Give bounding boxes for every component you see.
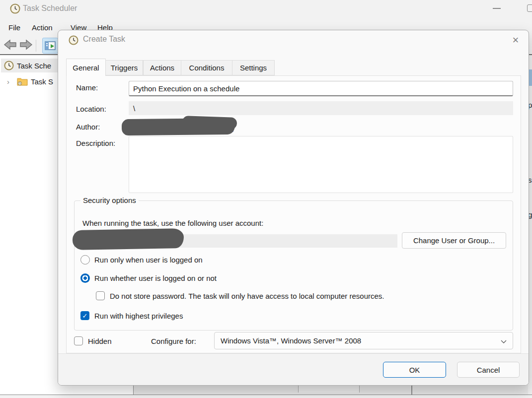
radio-run-only-logged-on[interactable]: [80, 255, 90, 265]
checkbox-hidden-label: Hidden: [88, 337, 112, 345]
account-redaction-scribble: [73, 228, 184, 250]
security-options-legend: Security options: [80, 196, 139, 204]
create-task-clock-icon: [69, 35, 78, 45]
tree-item-label: Task Sche: [17, 62, 51, 70]
dialog-title: Create Task: [83, 35, 125, 44]
console-tree-icon[interactable]: [42, 38, 58, 54]
configure-for-value: Windows Vista™, Windows Server™ 2008: [221, 336, 361, 345]
window-frame: [0, 395, 532, 398]
window-title: Task Scheduler: [23, 4, 77, 13]
tree-item-label: Task S: [31, 77, 53, 86]
description-textarea[interactable]: [129, 136, 513, 193]
minimize-icon[interactable]: [493, 8, 501, 9]
toolbar-separator: [36, 40, 36, 52]
forward-arrow-icon[interactable]: [19, 39, 33, 51]
radio-run-logged-on-or-not-label: Run whether user is logged on or not: [94, 274, 217, 282]
change-user-button[interactable]: Change User or Group...: [402, 232, 506, 249]
description-label: Description:: [76, 139, 115, 147]
task-scheduler-clock-icon: [10, 3, 20, 14]
task-scheduler-window: Task Scheduler File Action View Help Tas…: [0, 0, 532, 398]
close-icon[interactable]: ×: [507, 32, 525, 48]
checkbox-do-not-store-password-label: Do not store password. The task will onl…: [110, 292, 384, 300]
tab-conditions[interactable]: Conditions: [181, 60, 232, 75]
menu-file[interactable]: File: [8, 23, 20, 32]
name-label: Name:: [76, 83, 98, 92]
user-account-hint: When running the task, use the following…: [82, 219, 263, 227]
name-input[interactable]: [129, 81, 513, 96]
checkbox-run-highest-privileges[interactable]: ✓: [80, 311, 89, 320]
tab-settings[interactable]: Settings: [232, 60, 275, 75]
create-task-dialog: Create Task × General Triggers Actions C…: [58, 30, 529, 386]
background-content-strip: [134, 385, 528, 395]
author-label: Author:: [76, 123, 100, 131]
radio-run-logged-on-or-not[interactable]: [80, 273, 90, 283]
folder-clock-icon: [17, 77, 28, 86]
checkbox-do-not-store-password[interactable]: [96, 291, 105, 300]
ok-button[interactable]: OK: [383, 362, 446, 378]
dialog-footer: OK Cancel: [58, 353, 529, 385]
location-value: \: [129, 101, 513, 115]
pane-divider: [411, 385, 412, 395]
tab-actions[interactable]: Actions: [143, 60, 181, 75]
checkbox-run-highest-privileges-label: Run with highest privileges: [94, 312, 183, 320]
maximize-icon[interactable]: [527, 4, 532, 12]
author-redaction-scribble: [182, 116, 237, 130]
cancel-button[interactable]: Cancel: [457, 362, 520, 378]
tab-triggers[interactable]: Triggers: [105, 60, 143, 75]
location-label: Location:: [76, 105, 106, 113]
checkbox-hidden[interactable]: [74, 336, 83, 345]
chevron-down-icon: [501, 337, 507, 345]
back-arrow-icon[interactable]: [3, 39, 17, 51]
menu-action[interactable]: Action: [32, 23, 53, 32]
check-icon: ✓: [82, 312, 88, 320]
tab-general[interactable]: General: [66, 59, 106, 76]
security-options-group: Security options When running the task, …: [74, 200, 513, 331]
configure-for-label: Configure for:: [151, 337, 196, 345]
tree-expander-icon[interactable]: ›: [7, 77, 14, 86]
radio-run-only-logged-on-label: Run only when user is logged on: [94, 256, 203, 264]
tree-clock-icon: [4, 61, 14, 70]
configure-for-dropdown[interactable]: Windows Vista™, Windows Server™ 2008: [214, 332, 513, 349]
